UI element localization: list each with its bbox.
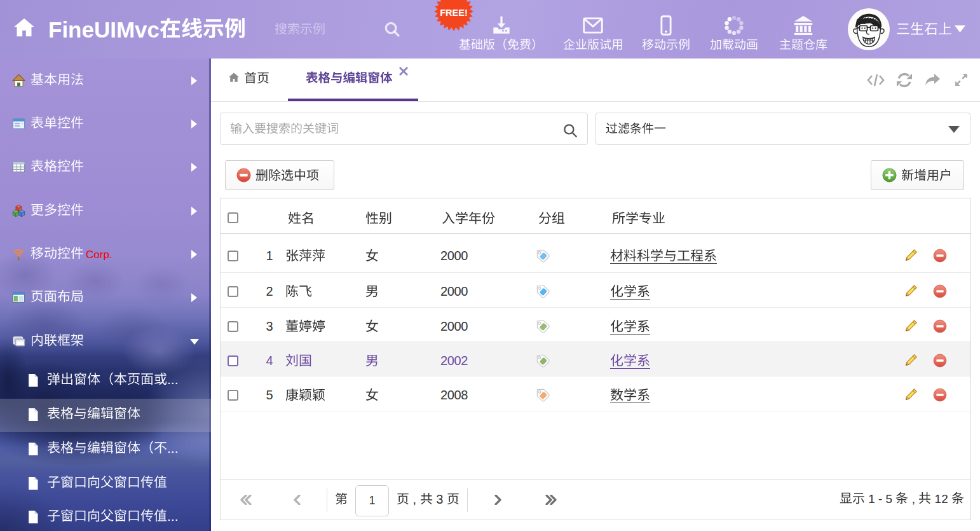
svg-text:FREE!: FREE! [440,8,468,18]
